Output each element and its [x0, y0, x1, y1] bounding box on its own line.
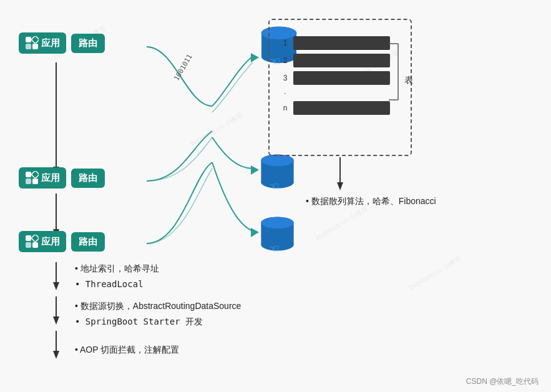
svg-marker-4	[337, 182, 343, 190]
table-rows: 1 2 3 · n	[281, 36, 390, 115]
bullet-address: • 地址索引，哈希寻址 • ThreadLocal	[75, 261, 159, 292]
table-row-1: 1	[281, 36, 390, 50]
route-block-3: 路由	[71, 232, 105, 252]
footer-brand: CSDN @依嗯_吃代码	[466, 376, 539, 387]
row-bar-1	[293, 36, 390, 50]
svg-rect-26	[26, 242, 31, 248]
watermark-2: bugstack.cn 小傅哥	[189, 110, 245, 148]
app-row-3: 应用 路由	[19, 231, 105, 252]
svg-marker-6	[53, 282, 59, 290]
svg-text:☜: ☜	[269, 180, 280, 193]
svg-rect-17	[31, 36, 39, 44]
svg-rect-21	[31, 171, 39, 179]
table-row-3: 3	[281, 71, 390, 85]
table-row-dots: ·	[281, 89, 390, 97]
svg-rect-23	[32, 179, 38, 184]
route-block-1: 路由	[71, 34, 105, 53]
svg-rect-16	[26, 37, 31, 42]
app-row-1: 应用 路由	[19, 32, 105, 54]
watermark-5: bugstack.cn 小傅哥	[407, 254, 464, 292]
bullet-datasource: • 数据源切换，AbstractRoutingDataSource • Spri…	[75, 298, 241, 330]
app-block-3: 应用	[19, 231, 66, 252]
db-icon-3: ☜	[256, 212, 300, 258]
table-row-2: 2	[281, 54, 390, 67]
table-label: 表	[404, 75, 413, 86]
table-row-n: n	[281, 101, 390, 115]
svg-rect-19	[32, 44, 38, 49]
row-bar-2	[293, 54, 390, 67]
bullet-aop: • AOP 切面拦截，注解配置	[75, 342, 179, 358]
app-block-2: 应用	[19, 167, 66, 189]
watermark-3: bugstack.cn 小傅哥	[314, 204, 370, 242]
svg-marker-10	[53, 351, 59, 359]
svg-point-36	[261, 154, 293, 166]
svg-rect-27	[32, 242, 38, 248]
svg-marker-8	[53, 316, 59, 325]
app-icon-1	[25, 36, 39, 50]
svg-rect-25	[31, 235, 39, 242]
row-bar-3	[293, 71, 390, 85]
row-bar-n	[293, 101, 390, 115]
svg-rect-20	[26, 172, 31, 177]
app-row-2: 应用 路由	[19, 167, 105, 189]
db-icon-2: ☜	[256, 150, 300, 196]
svg-rect-22	[26, 179, 31, 184]
app-icon-3	[25, 235, 39, 248]
svg-rect-24	[26, 235, 31, 241]
bullet-scatter: • 数据散列算法，哈希、Fibonacci	[306, 194, 436, 209]
svg-rect-18	[26, 44, 31, 49]
svg-text:☜: ☜	[269, 242, 280, 255]
app-icon-2	[25, 171, 39, 185]
svg-text:1001011: 1001011	[172, 53, 193, 82]
svg-point-41	[261, 217, 293, 228]
route-block-2: 路由	[71, 169, 105, 188]
main-container: bugstack.cn 小傅哥 bugstack.cn 小傅哥 bugstack…	[0, 0, 551, 392]
app-block-1: 应用	[19, 32, 66, 54]
